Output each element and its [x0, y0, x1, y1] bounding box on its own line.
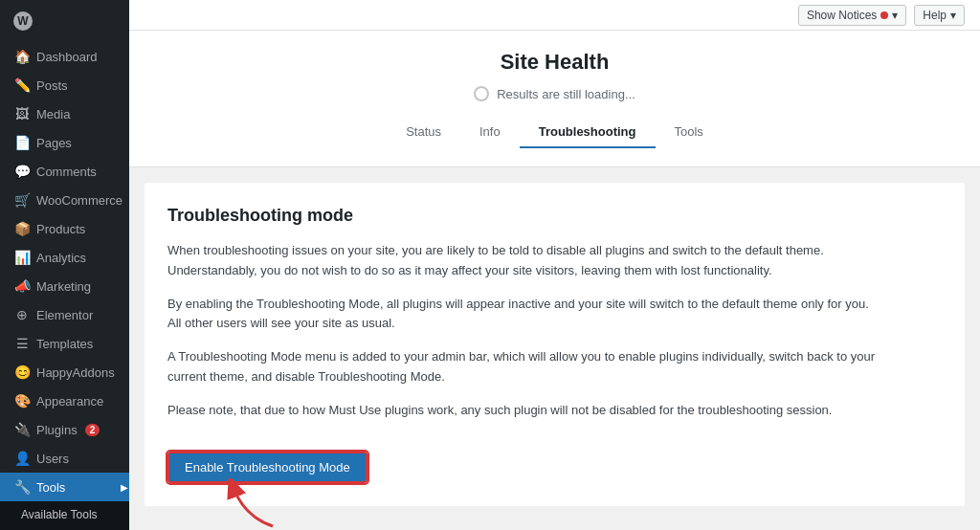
- comments-icon: 💬: [13, 164, 31, 179]
- main-content: Show Notices ▾ Help ▾ Site Health Result…: [129, 0, 980, 530]
- tools-submenu: Available Tools Import Export: [0, 501, 129, 530]
- sidebar-item-comments[interactable]: 💬 Comments: [0, 157, 129, 186]
- site-health-header: Site Health Results are still loading...…: [129, 31, 980, 167]
- tab-status[interactable]: Status: [387, 117, 460, 148]
- content-area: Site Health Results are still loading...…: [129, 31, 980, 530]
- sidebar-item-users[interactable]: 👤 Users: [0, 444, 129, 473]
- marketing-icon: 📣: [13, 278, 31, 294]
- appearance-icon: 🎨: [13, 393, 31, 409]
- tab-tools[interactable]: Tools: [656, 117, 723, 148]
- show-notices-button[interactable]: Show Notices ▾: [798, 5, 906, 26]
- ts-description-1: When troubleshooting issues on your site…: [167, 241, 885, 281]
- sidebar-item-marketing[interactable]: 📣 Marketing: [0, 272, 129, 300]
- sidebar-item-media[interactable]: 🖼 Media: [0, 99, 129, 128]
- sidebar-item-templates[interactable]: ☰ Templates: [0, 329, 129, 358]
- plugins-badge: 2: [85, 424, 100, 436]
- sidebar-item-dashboard[interactable]: 🏠 Dashboard: [0, 42, 129, 71]
- troubleshooting-mode-title: Troubleshooting mode: [167, 206, 942, 226]
- posts-icon: ✏️: [13, 77, 31, 93]
- media-icon: 🖼: [13, 106, 31, 121]
- sidebar-item-available-tools[interactable]: Available Tools: [0, 501, 129, 528]
- sidebar-item-posts[interactable]: ✏️ Posts: [0, 71, 129, 99]
- loading-indicator: Results are still loading...: [148, 86, 961, 101]
- loading-circle-icon: [474, 86, 489, 101]
- wordpress-icon: W: [13, 11, 33, 31]
- tools-icon: 🔧: [13, 479, 31, 495]
- plugins-icon: 🔌: [13, 422, 31, 437]
- sidebar-logo: W: [0, 0, 129, 42]
- help-chevron-icon: ▾: [950, 9, 956, 22]
- chevron-down-icon: ▾: [892, 9, 898, 22]
- sidebar-item-pages[interactable]: 📄 Pages: [0, 128, 129, 157]
- pages-icon: 📄: [13, 135, 31, 150]
- sidebar-item-happyaddons[interactable]: 😊 HappyAddons: [0, 358, 129, 386]
- sidebar-item-appearance[interactable]: 🎨 Appearance: [0, 386, 129, 415]
- sidebar-item-analytics[interactable]: 📊 Analytics: [0, 243, 129, 272]
- ts-description-3: A Troubleshooting Mode menu is added to …: [167, 347, 885, 387]
- woocommerce-icon: 🛒: [13, 192, 31, 208]
- notices-dot: [880, 11, 888, 19]
- users-icon: 👤: [13, 451, 31, 466]
- site-health-tabs: Status Info Troubleshooting Tools: [148, 117, 961, 147]
- help-button[interactable]: Help ▾: [914, 5, 965, 26]
- sidebar-item-elementor[interactable]: ⊕ Elementor: [0, 300, 129, 329]
- sidebar-item-products[interactable]: 📦 Products: [0, 214, 129, 243]
- red-arrow-icon: [225, 478, 282, 530]
- sidebar-item-woocommerce[interactable]: 🛒 WooCommerce: [0, 186, 129, 214]
- templates-icon: ☰: [13, 336, 31, 351]
- elementor-icon: ⊕: [13, 307, 31, 322]
- happyaddons-icon: 😊: [13, 364, 31, 380]
- troubleshooting-panel: Troubleshooting mode When troubleshootin…: [145, 183, 965, 506]
- topbar: Show Notices ▾ Help ▾: [129, 0, 980, 31]
- sidebar: W 🏠 Dashboard ✏️ Posts 🖼 Media 📄 Pages 💬…: [0, 0, 129, 530]
- ts-description-4: Please note, that due to how Must Use pl…: [167, 401, 885, 421]
- products-icon: 📦: [13, 221, 31, 236]
- sidebar-item-tools[interactable]: 🔧 Tools ▶: [0, 473, 129, 501]
- tab-info[interactable]: Info: [460, 117, 520, 148]
- ts-description-2: By enabling the Troubleshooting Mode, al…: [167, 295, 885, 335]
- analytics-icon: 📊: [13, 250, 31, 265]
- sidebar-arrow: ▶: [120, 473, 129, 501]
- dashboard-icon: 🏠: [13, 49, 31, 64]
- tab-troubleshooting[interactable]: Troubleshooting: [520, 117, 656, 148]
- page-title: Site Health: [148, 50, 961, 75]
- sidebar-item-plugins[interactable]: 🔌 Plugins 2: [0, 415, 129, 444]
